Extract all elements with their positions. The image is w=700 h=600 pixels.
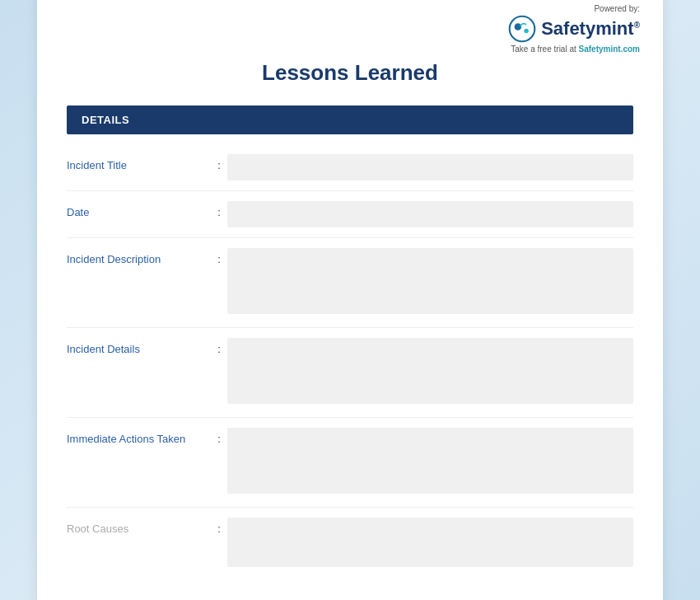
field-input-root-causes (227, 518, 633, 570)
colon-immediate-actions: : (211, 428, 227, 445)
free-trial-link[interactable]: Safetymint.com (579, 45, 640, 54)
field-input-date (227, 201, 633, 227)
label-incident-description: Incident Description (67, 248, 211, 265)
svg-point-2 (524, 28, 530, 34)
colon-date: : (211, 201, 227, 218)
immediate-actions-textarea[interactable] (227, 428, 633, 494)
form-row-date: Date : (67, 191, 633, 238)
incident-description-textarea[interactable] (227, 248, 633, 314)
field-input-incident-title (227, 154, 633, 180)
date-input[interactable] (227, 201, 633, 227)
form-row-incident-title: Incident Title : (67, 144, 633, 191)
colon-root-causes: : (211, 518, 227, 535)
label-date: Date (67, 201, 211, 218)
label-root-causes: Root Causes (67, 518, 211, 535)
form-row-incident-details: Incident Details : (67, 328, 633, 418)
colon-incident-details: : (211, 338, 227, 355)
field-input-incident-description (227, 248, 633, 317)
label-incident-details: Incident Details (67, 338, 211, 355)
brand-area: Powered by: Safetymint® Take a free tria… (508, 4, 640, 54)
safetymint-logo-icon (508, 15, 536, 43)
colon-incident-title: : (211, 154, 227, 171)
free-trial-text: Take a free trial at Safetymint.com (508, 45, 640, 54)
form-row-immediate-actions: Immediate Actions Taken : (67, 418, 633, 508)
field-input-immediate-actions (227, 428, 633, 497)
form-body: Incident Title : Date : Incident Descrip… (67, 141, 633, 584)
main-card: Powered by: Safetymint® Take a free tria… (37, 0, 663, 600)
colon-incident-description: : (211, 248, 227, 265)
label-immediate-actions: Immediate Actions Taken (67, 428, 211, 445)
page-title: Lessons Learned (67, 60, 633, 86)
brand-logo-row: Safetymint® (508, 15, 640, 43)
label-incident-title: Incident Title (67, 154, 211, 171)
incident-title-input[interactable] (227, 154, 633, 180)
brand-name: Safetymint® (541, 18, 640, 40)
incident-details-textarea[interactable] (227, 338, 633, 404)
root-causes-textarea[interactable] (227, 518, 633, 567)
form-row-incident-description: Incident Description : (67, 238, 633, 328)
field-input-incident-details (227, 338, 633, 407)
section-header-details: DETAILS (67, 105, 633, 134)
svg-point-0 (510, 16, 535, 41)
powered-by-text: Powered by: (508, 4, 640, 13)
form-row-root-causes: Root Causes : (67, 508, 633, 580)
